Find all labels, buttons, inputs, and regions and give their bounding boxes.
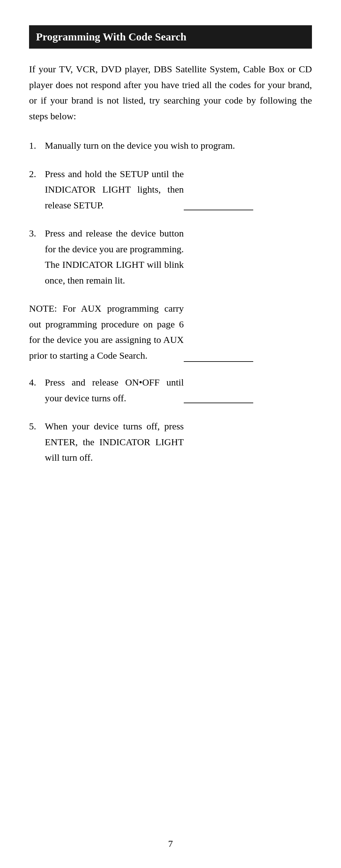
note-block: NOTE: For AUX programming carry out prog… bbox=[29, 301, 312, 363]
step-4-left: 4. Press and release ON•OFF until your d… bbox=[29, 374, 184, 406]
step-2-text: Press and hold the SETUP until the INDIC… bbox=[45, 166, 184, 213]
note-right bbox=[184, 301, 312, 363]
section-title: Programming With Code Search bbox=[36, 31, 305, 43]
step-3-row: 3. Press and release the device button f… bbox=[29, 225, 312, 288]
step-1-number: 1. bbox=[29, 138, 45, 153]
step-5-left: 5. When your device turns off, press ENT… bbox=[29, 418, 184, 465]
step-2-left: 2. Press and hold the SETUP until the IN… bbox=[29, 166, 184, 213]
step-5: 5. When your device turns off, press ENT… bbox=[29, 418, 312, 465]
step-2: 2. Press and hold the SETUP until the IN… bbox=[29, 166, 312, 213]
step-4-number: 4. bbox=[29, 374, 45, 390]
step-3-left: 3. Press and release the device button f… bbox=[29, 225, 184, 288]
step-2-row: 2. Press and hold the SETUP until the IN… bbox=[29, 166, 312, 213]
step-3-right bbox=[184, 225, 312, 288]
page-number: 7 bbox=[0, 838, 341, 849]
step-5-row: 5. When your device turns off, press ENT… bbox=[29, 418, 312, 465]
intro-paragraph: If your TV, VCR, DVD player, DBS Satelli… bbox=[29, 61, 312, 124]
step-3: 3. Press and release the device button f… bbox=[29, 225, 312, 288]
page-container: Programming With Code Search If your TV,… bbox=[0, 0, 341, 868]
step-2-divider-area bbox=[184, 166, 312, 213]
step-3-layout: 3. Press and release the device button f… bbox=[29, 225, 184, 288]
section-header: Programming With Code Search bbox=[29, 25, 312, 49]
step-2-layout: 2. Press and hold the SETUP until the IN… bbox=[29, 166, 184, 213]
divider-line-3 bbox=[184, 403, 253, 403]
step-5-right bbox=[184, 418, 312, 465]
step-1: 1. Manually turn on the device you wish … bbox=[29, 138, 312, 153]
divider-line-1 bbox=[184, 210, 253, 210]
step-3-number: 3. bbox=[29, 225, 45, 241]
note-text: NOTE: For AUX programming carry out prog… bbox=[29, 303, 184, 361]
step-2-number: 2. bbox=[29, 166, 45, 182]
step-4-row: 4. Press and release ON•OFF until your d… bbox=[29, 374, 312, 406]
step-4-divider-area bbox=[184, 374, 312, 406]
step-4-text: Press and release ON•OFF until your devi… bbox=[45, 374, 184, 406]
step-5-number: 5. bbox=[29, 418, 45, 434]
step-3-text: Press and release the device button for … bbox=[45, 225, 184, 288]
step-4: 4. Press and release ON•OFF until your d… bbox=[29, 374, 312, 406]
note-left: NOTE: For AUX programming carry out prog… bbox=[29, 301, 184, 363]
step-1-text: Manually turn on the device you wish to … bbox=[45, 138, 312, 153]
divider-line-2 bbox=[184, 361, 253, 362]
step-1-layout: 1. Manually turn on the device you wish … bbox=[29, 138, 312, 153]
step-5-layout: 5. When your device turns off, press ENT… bbox=[29, 418, 184, 465]
step-4-layout: 4. Press and release ON•OFF until your d… bbox=[29, 374, 184, 406]
step-5-text: When your device turns off, press ENTER,… bbox=[45, 418, 184, 465]
